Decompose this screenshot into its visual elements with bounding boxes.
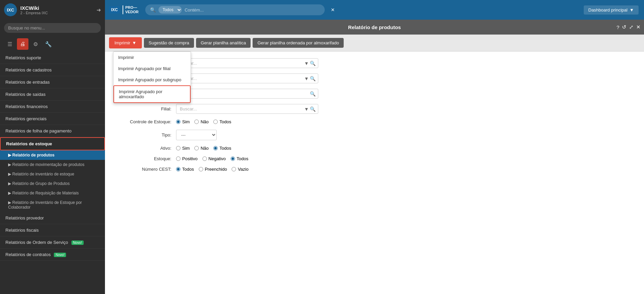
subgrupo-search-icon[interactable]: 🔍 [310, 76, 316, 81]
dropdown-item-filial[interactable]: Imprimir Agrupado por filial [113, 63, 191, 74]
cest-preenchido-radio[interactable] [199, 167, 203, 171]
estoque-positivo-option[interactable]: Positivo [176, 156, 198, 161]
sidebar: ☰ 🖨 ⚙ 🔧 Relatórios suporte Relatórios de… [0, 20, 105, 294]
controle-estoque-label: Controle de Estoque: [115, 119, 176, 124]
search-clear-icon[interactable]: ✕ [331, 7, 335, 13]
sidebar-item-relatorios-ordem[interactable]: Relatórios de Ordem de Serviço Novo! [0, 236, 105, 249]
cest-todos-radio[interactable] [176, 167, 180, 171]
almoxarifado-search-icon[interactable]: 🔍 [310, 91, 316, 97]
estoque-todos-radio[interactable] [231, 156, 235, 161]
expand-icon[interactable]: ➜ [96, 7, 101, 13]
sidebar-icon-bar: ☰ 🖨 ⚙ 🔧 [0, 36, 105, 52]
grupo-dropdown-icon[interactable]: ▼ [304, 61, 309, 66]
form-row-almoxarifado: Almoxarifado: 🔍 [115, 89, 634, 99]
ativo-todos-radio[interactable] [213, 146, 218, 150]
sidebar-subitem-grupo[interactable]: ▶ Relatório de Grupo de Produtos [0, 179, 105, 188]
sidebar-item-relatorios-provedor[interactable]: Relatórios provedor [0, 212, 105, 224]
grupo-field: ▼ 🔍 [176, 58, 318, 68]
sidebar-subitem-requisicao[interactable]: ▶ Relatório de Requisição de Materiais [0, 188, 105, 198]
refresh-icon[interactable]: ↺ [622, 24, 626, 30]
sidebar-subitem-movimentacao[interactable]: ▶ Relatório de movimentação de produtos [0, 160, 105, 169]
tipo-select[interactable]: --- [176, 130, 217, 140]
controle-todos-option[interactable]: Todos [213, 119, 231, 124]
ixc-badge: IXC [109, 6, 120, 14]
main-layout: ☰ 🖨 ⚙ 🔧 Relatórios suporte Relatórios de… [0, 20, 644, 294]
controle-nao-radio[interactable] [194, 120, 199, 124]
cest-vazio-option[interactable]: Vazio [232, 167, 249, 172]
subgrupo-input[interactable] [176, 74, 318, 83]
estoque-positivo-radio[interactable] [176, 156, 180, 161]
new-badge-ordem: Novo! [71, 240, 84, 245]
filial-dropdown-icon[interactable]: ▼ [304, 106, 309, 112]
sidebar-item-relatorios-contratos[interactable]: Relatórios de contratos Novo! [0, 249, 105, 261]
dropdown-item-subgrupo[interactable]: Imprimir Agrupado por subgrupo [113, 74, 191, 85]
gerar-ordenada-button[interactable]: Gerar planilha ordenada por almoxarifado [253, 38, 344, 48]
subgrupo-dropdown-icon[interactable]: ▼ [304, 76, 309, 81]
sidebar-item-relatorios-folha[interactable]: Relatórios de folha de pagamento [0, 125, 105, 137]
logo-circle: IXC [4, 3, 17, 16]
controle-todos-radio[interactable] [213, 120, 218, 124]
sidebar-subitem-inventario[interactable]: ▶ Relatório de inventário de estoque [0, 169, 105, 179]
controle-sim-radio[interactable] [176, 120, 180, 124]
sidebar-print-icon[interactable]: 🖨 [17, 38, 28, 50]
dropdown-item-almoxarifado[interactable]: Imprimir Agrupado por almoxarifado [113, 85, 191, 103]
cest-vazio-radio[interactable] [232, 167, 236, 171]
sidebar-item-relatorios-cadastros[interactable]: Relatórios de cadastros [0, 64, 105, 76]
filial-field: ▼ 🔍 [176, 104, 318, 114]
search-input[interactable] [185, 7, 320, 13]
filial-search-icon[interactable]: 🔍 [310, 106, 316, 112]
estoque-negativo-option[interactable]: Negativo [202, 156, 226, 161]
cest-todos-option[interactable]: Todos [176, 167, 194, 172]
numero-cest-radio-group: Todos Preenchido Vazio [176, 167, 249, 172]
sidebar-item-relatorios-entradas[interactable]: Relatórios de entradas [0, 76, 105, 88]
gerar-analitica-button[interactable]: Gerar planilha analítica [196, 38, 251, 48]
estoque-negativo-radio[interactable] [202, 156, 207, 161]
search-icon: 🔍 [150, 7, 156, 13]
imprimir-label: Imprimir [114, 40, 130, 45]
nav-right: Dashboard principal ▼ [584, 0, 644, 20]
logo-text: IXCWiki 2 - Empresa IXC [20, 5, 48, 15]
sidebar-item-relatorios-fiscais[interactable]: Relatórios fiscais [0, 224, 105, 236]
ativo-nao-radio[interactable] [194, 146, 199, 150]
sidebar-item-relatorios-saidas[interactable]: Relatórios de saídas [0, 88, 105, 101]
sidebar-item-relatorios-gerenciais[interactable]: Relatórios gerenciais [0, 113, 105, 125]
sidebar-item-relatorios-estoque[interactable]: Relatórios de estoque [0, 137, 105, 150]
sugestao-compra-button[interactable]: Sugestão de compra [144, 38, 194, 48]
imprimir-dropdown-menu: Imprimir Imprimir Agrupado por filial Im… [113, 51, 191, 103]
help-icon[interactable]: ? [617, 24, 619, 30]
filial-input[interactable] [176, 104, 318, 114]
top-nav: IXC IXCWiki 2 - Empresa IXC ➜ IXC PRO— V… [0, 0, 644, 20]
sidebar-subitem-inventario-colab[interactable]: ▶ Relatório de Inventário de Estoque por… [0, 198, 105, 212]
form-row-controle-estoque: Controle de Estoque: Sim Não Todos [115, 119, 634, 124]
global-search[interactable]: 🔍 Todos [145, 4, 325, 15]
chevron-down-icon: ▼ [629, 7, 634, 13]
sidebar-list-icon[interactable]: ☰ [4, 38, 16, 50]
arrow-icon: ▶ [8, 153, 12, 158]
fullscreen-icon[interactable]: ⤢ [629, 24, 634, 30]
ativo-sim-option[interactable]: Sim [176, 146, 190, 151]
search-scope-select[interactable]: Todos [158, 6, 182, 14]
sidebar-settings-icon[interactable]: ⚙ [30, 38, 41, 50]
ativo-nao-option[interactable]: Não [194, 146, 209, 151]
close-icon[interactable]: ✕ [636, 24, 641, 30]
estoque-todos-option[interactable]: Todos [231, 156, 249, 161]
sidebar-item-relatorios-suporte[interactable]: Relatórios suporte [0, 52, 105, 64]
sidebar-subitem-relatorio-produtos[interactable]: ▶ Relatório de produtos [0, 150, 105, 160]
dropdown-arrow-icon: ▼ [132, 40, 136, 45]
sidebar-tool-icon[interactable]: 🔧 [43, 38, 54, 50]
sidebar-item-relatorios-financeiros[interactable]: Relatórios financeiros [0, 101, 105, 113]
sidebar-search-input[interactable] [4, 23, 101, 33]
almoxarifado-input[interactable] [176, 89, 318, 99]
grupo-search-icon[interactable]: 🔍 [310, 61, 316, 66]
controle-sim-option[interactable]: Sim [176, 119, 190, 124]
cest-preenchido-option[interactable]: Preenchido [199, 167, 227, 172]
ativo-sim-radio[interactable] [176, 146, 180, 150]
dashboard-button[interactable]: Dashboard principal ▼ [584, 5, 639, 15]
arrow-icon-5: ▶ [8, 191, 12, 195]
ativo-todos-option[interactable]: Todos [213, 146, 231, 151]
dropdown-item-imprimir[interactable]: Imprimir [113, 52, 191, 63]
imprimir-button[interactable]: Imprimir ▼ [109, 37, 142, 48]
controle-nao-option[interactable]: Não [194, 119, 209, 124]
grupo-input[interactable] [176, 58, 318, 68]
imprimir-dropdown-container: Imprimir ▼ Imprimir Imprimir Agrupado po… [109, 37, 142, 48]
